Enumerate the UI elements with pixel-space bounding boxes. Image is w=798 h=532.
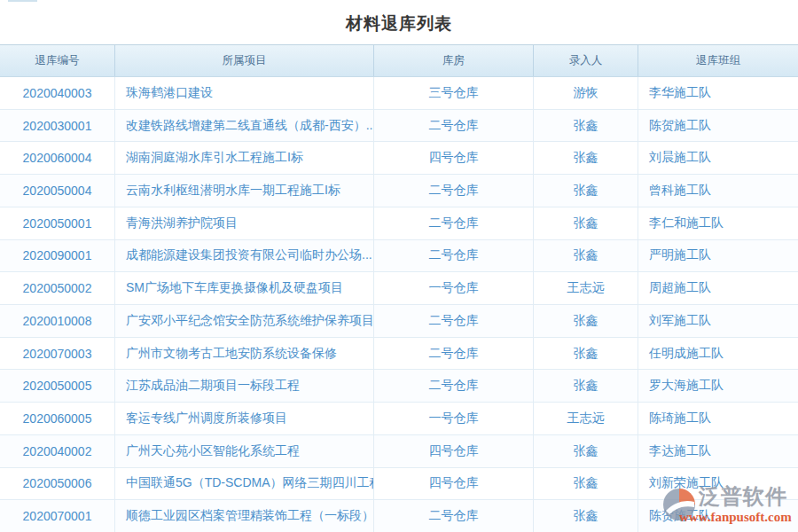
warehouse-cell: 四号仓库 <box>374 435 534 467</box>
warehouse-cell: 二号仓库 <box>374 110 534 142</box>
warehouse-cell: 四号仓库 <box>374 468 534 500</box>
operator-cell: 张鑫 <box>534 110 638 142</box>
table-row[interactable]: 2020070003 广州市文物考古工地安防系统设备保修 二号仓库 张鑫 任明成… <box>0 338 798 371</box>
return-code-link[interactable]: 2020010008 <box>23 314 92 328</box>
return-code-link[interactable]: 2020040003 <box>23 86 92 100</box>
return-code-cell: 2020070001 <box>0 500 115 532</box>
operator-cell: 张鑫 <box>534 175 638 207</box>
return-code-cell: 2020060004 <box>0 142 115 174</box>
table-row[interactable]: 2020090001 成都能源建设集团投资有限公司临时办公场... 二号仓库 张… <box>0 240 798 273</box>
warehouse-cell: 四号仓库 <box>374 142 534 174</box>
material-return-table: 退库编号所属项目库房录入人退库班组 2020040003 珠海鹤港口建设 三号仓… <box>0 44 798 532</box>
team-cell: 罗大海施工队 <box>638 370 798 402</box>
warehouse-cell: 二号仓库 <box>374 240 534 272</box>
return-code-link[interactable]: 2020030001 <box>23 119 92 133</box>
warehouse-cell: 二号仓库 <box>374 500 534 532</box>
table-row[interactable]: 2020060004 湖南洞庭湖水库引水工程施工I标 四号仓库 张鑫 刘晨施工队 <box>0 142 798 175</box>
warehouse-cell: 二号仓库 <box>374 175 534 207</box>
return-code-link[interactable]: 2020050005 <box>23 379 92 393</box>
operator-cell: 张鑫 <box>534 207 638 239</box>
operator-cell: 张鑫 <box>534 142 638 174</box>
table-row[interactable]: 2020050004 云南水利枢纽潜明水库一期工程施工I标 二号仓库 张鑫 曾科… <box>0 175 798 207</box>
return-code-link[interactable]: 2020050004 <box>23 184 92 198</box>
operator-cell: 王志远 <box>534 272 638 304</box>
operator-cell: 王志远 <box>534 403 638 434</box>
warehouse-cell: 一号仓库 <box>374 272 534 304</box>
table-row[interactable]: 2020050006 中国联通5G（TD-SCDMA）网络三期四川工程 四号仓库… <box>0 468 798 501</box>
project-cell: 广州市文物考古工地安防系统设备保修 <box>115 338 374 370</box>
table-row[interactable]: 2020040002 广州天心苑小区智能化系统工程 四号仓库 张鑫 李达施工队 <box>0 435 798 468</box>
return-code-cell: 2020060005 <box>0 403 115 434</box>
column-header-operator: 录入人 <box>534 45 638 76</box>
return-code-cell: 2020070003 <box>0 338 115 370</box>
return-code-cell: 2020090001 <box>0 240 115 272</box>
operator-cell: 张鑫 <box>534 338 638 370</box>
project-cell: 湖南洞庭湖水库引水工程施工I标 <box>115 142 374 174</box>
return-code-cell: 2020050004 <box>0 175 115 207</box>
team-cell: 曾科施工队 <box>638 175 798 207</box>
project-cell: 青海洪湖养护院项目 <box>115 207 374 239</box>
return-code-cell: 2020010008 <box>0 305 115 337</box>
team-cell: 刘军施工队 <box>638 305 798 337</box>
table-body: 2020040003 珠海鹤港口建设 三号仓库 游恢 李华施工队 2020030… <box>0 77 798 532</box>
return-code-link[interactable]: 2020070001 <box>23 509 92 523</box>
return-code-cell: 2020040002 <box>0 435 115 467</box>
team-cell: 陈琦施工队 <box>638 403 798 434</box>
team-cell: 陈贺施工队 <box>638 110 798 142</box>
operator-cell: 张鑫 <box>534 500 638 532</box>
team-cell: 刘晨施工队 <box>638 142 798 174</box>
return-code-link[interactable]: 2020060004 <box>23 151 92 165</box>
operator-cell: 张鑫 <box>534 435 638 467</box>
project-cell: 改建铁路线增建第二线直通线（成都-西安）... <box>115 110 374 142</box>
project-cell: 广安邓小平纪念馆安全防范系统维护保养项目 <box>115 305 374 337</box>
operator-cell: 张鑫 <box>534 305 638 337</box>
warehouse-cell: 二号仓库 <box>374 305 534 337</box>
return-code-link[interactable]: 2020060005 <box>23 411 92 426</box>
column-header-warehouse: 库房 <box>374 45 534 76</box>
return-code-link[interactable]: 2020040002 <box>23 444 92 458</box>
return-code-link[interactable]: 2020070003 <box>23 347 92 361</box>
return-code-link[interactable]: 2020050006 <box>23 476 92 490</box>
page-title: 材料退库列表 <box>0 12 798 35</box>
project-cell: SM广场地下车库更换摄像机及硬盘项目 <box>115 272 374 304</box>
table-row[interactable]: 2020060005 客运专线广州调度所装修项目 一号仓库 王志远 陈琦施工队 <box>0 403 798 435</box>
table-row[interactable]: 2020010008 广安邓小平纪念馆安全防范系统维护保养项目 二号仓库 张鑫 … <box>0 305 798 338</box>
warehouse-cell: 二号仓库 <box>374 207 534 239</box>
project-cell: 珠海鹤港口建设 <box>115 77 374 109</box>
operator-cell: 张鑫 <box>534 468 638 500</box>
return-code-cell: 2020030001 <box>0 110 115 142</box>
table-row[interactable]: 2020050001 青海洪湖养护院项目 二号仓库 张鑫 李仁和施工队 <box>0 207 798 240</box>
return-code-cell: 2020040003 <box>0 77 115 109</box>
return-code-link[interactable]: 2020050002 <box>23 281 92 295</box>
table-row[interactable]: 2020040003 珠海鹤港口建设 三号仓库 游恢 李华施工队 <box>0 77 798 110</box>
column-header-project: 所属项目 <box>115 45 374 76</box>
team-cell: 陈贺施工队 <box>638 500 798 532</box>
team-cell: 李仁和施工队 <box>638 207 798 239</box>
team-cell: 周超施工队 <box>638 272 798 304</box>
project-cell: 中国联通5G（TD-SCDMA）网络三期四川工程 <box>115 468 374 500</box>
operator-cell: 游恢 <box>534 77 638 109</box>
project-cell: 客运专线广州调度所装修项目 <box>115 403 374 434</box>
team-cell: 严明施工队 <box>638 240 798 272</box>
team-cell: 李华施工队 <box>638 77 798 109</box>
project-cell: 成都能源建设集团投资有限公司临时办公场... <box>115 240 374 272</box>
column-header-code: 退库编号 <box>0 45 115 76</box>
warehouse-cell: 三号仓库 <box>374 77 534 109</box>
table-header-row: 退库编号所属项目库房录入人退库班组 <box>0 44 798 77</box>
table-row[interactable]: 2020030001 改建铁路线增建第二线直通线（成都-西安）... 二号仓库 … <box>0 110 798 143</box>
project-cell: 广州天心苑小区智能化系统工程 <box>115 435 374 467</box>
project-cell: 云南水利枢纽潜明水库一期工程施工I标 <box>115 175 374 207</box>
operator-cell: 张鑫 <box>534 370 638 402</box>
return-code-link[interactable]: 2020050001 <box>23 216 92 231</box>
warehouse-cell: 一号仓库 <box>374 403 534 434</box>
team-cell: 刘新荣施工队 <box>638 468 798 500</box>
project-cell: 江苏成品油二期项目一标段工程 <box>115 370 374 402</box>
warehouse-cell: 二号仓库 <box>374 370 534 402</box>
project-cell: 顺德工业园区档案管理精装饰工程（一标段） <box>115 500 374 532</box>
table-row[interactable]: 2020070001 顺德工业园区档案管理精装饰工程（一标段） 二号仓库 张鑫 … <box>0 500 798 532</box>
return-code-cell: 2020050002 <box>0 272 115 304</box>
return-code-link[interactable]: 2020090001 <box>23 248 92 262</box>
warehouse-cell: 二号仓库 <box>374 338 534 370</box>
table-row[interactable]: 2020050002 SM广场地下车库更换摄像机及硬盘项目 一号仓库 王志远 周… <box>0 272 798 305</box>
table-row[interactable]: 2020050005 江苏成品油二期项目一标段工程 二号仓库 张鑫 罗大海施工队 <box>0 370 798 403</box>
